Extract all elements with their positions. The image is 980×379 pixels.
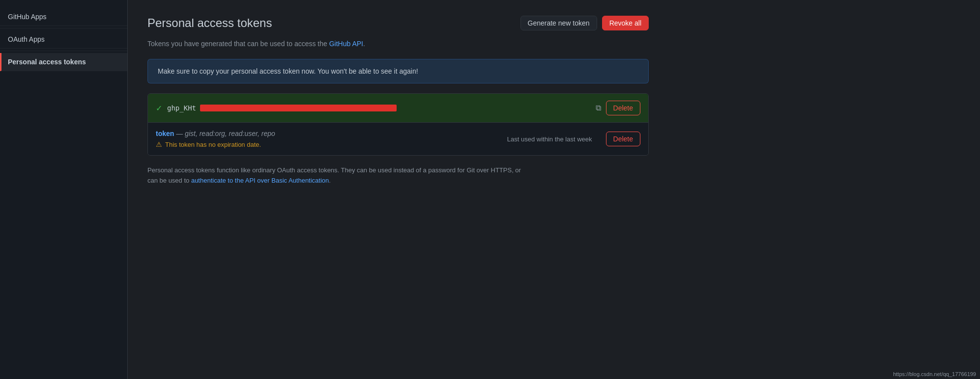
warning-icon: ⚠ — [156, 140, 162, 148]
sidebar-item-personal-access-tokens[interactable]: Personal access tokens — [0, 53, 127, 71]
url-text: https://blog.csdn.net/qq_17766199 — [893, 371, 976, 377]
header-buttons: Generate new token Revoke all — [520, 16, 649, 30]
token-check-icon: ✓ — [156, 104, 162, 113]
token-scopes: — gist, read:org, read:user, repo — [176, 130, 275, 137]
revoke-all-button[interactable]: Revoke all — [602, 16, 649, 30]
main-content: Personal access tokens Generate new toke… — [128, 0, 668, 379]
token-delete-button-2[interactable]: Delete — [606, 132, 640, 146]
description-text-after-link: . — [363, 40, 365, 48]
token-value: ghp_KHt — [167, 104, 591, 112]
sidebar: GitHub Apps OAuth Apps Personal access t… — [0, 0, 128, 379]
token-name-scopes: token — gist, read:org, read:user, repo — [156, 130, 275, 137]
alert-message: Make sure to copy your personal access t… — [158, 67, 418, 75]
copy-icon[interactable]: ⧉ — [596, 104, 601, 112]
footer-text-3: . — [329, 177, 331, 184]
token-info-row: token — gist, read:org, read:user, repo … — [148, 123, 648, 155]
token-warning-text: This token has no expiration date. — [165, 141, 261, 148]
url-bar: https://blog.csdn.net/qq_17766199 — [893, 371, 976, 377]
token-last-used: Last used within the last week — [507, 135, 592, 143]
token-name: token — [156, 130, 174, 137]
token-prefix: ghp_KHt — [167, 104, 196, 112]
sidebar-item-label: OAuth Apps — [8, 35, 45, 43]
sidebar-item-label: Personal access tokens — [8, 58, 86, 66]
page-title: Personal access tokens — [147, 16, 272, 30]
sidebar-item-oauth-apps[interactable]: OAuth Apps — [0, 30, 127, 49]
token-delete-button-1[interactable]: Delete — [606, 101, 640, 115]
token-card: ✓ ghp_KHt ⧉ Delete token — gist, read:or… — [147, 93, 649, 156]
generate-new-token-button[interactable]: Generate new token — [520, 16, 597, 30]
description-text-before-link: Tokens you have generated that can be us… — [147, 40, 329, 48]
authenticate-link[interactable]: authenticate to the API over Basic Authe… — [191, 177, 329, 184]
sidebar-item-label: GitHub Apps — [8, 13, 47, 21]
footer-text-1: Personal access tokens function like ord… — [147, 166, 521, 174]
sidebar-item-github-apps[interactable]: GitHub Apps — [0, 8, 127, 26]
footer-text-2: can be used to — [147, 177, 191, 184]
token-info-left: token — gist, read:org, read:user, repo … — [156, 130, 275, 148]
token-warning: ⚠ This token has no expiration date. — [156, 140, 275, 148]
token-redacted-value — [200, 105, 397, 111]
token-info-right: Last used within the last week Delete — [507, 132, 640, 146]
header-row: Personal access tokens Generate new toke… — [147, 16, 649, 30]
footer-text: Personal access tokens function like ord… — [147, 165, 649, 186]
description-text: Tokens you have generated that can be us… — [147, 38, 649, 49]
github-api-link[interactable]: GitHub API — [329, 40, 363, 48]
token-value-row: ✓ ghp_KHt ⧉ Delete — [148, 94, 648, 123]
alert-box: Make sure to copy your personal access t… — [147, 59, 649, 83]
